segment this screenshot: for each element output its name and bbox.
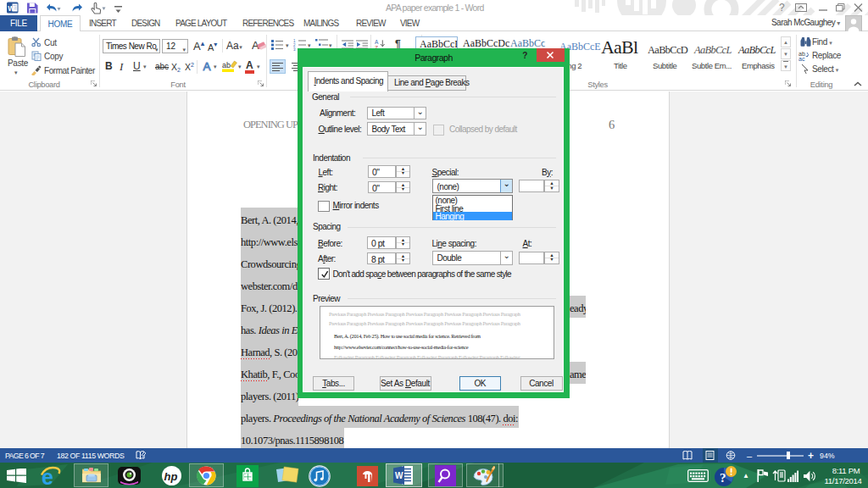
svg-text:A: A bbox=[203, 60, 211, 73]
svg-text:A: A bbox=[375, 39, 379, 45]
svg-text:3: 3 bbox=[293, 47, 296, 51]
svg-text:W: W bbox=[8, 4, 15, 13]
svg-text:hp: hp bbox=[164, 470, 178, 483]
svg-text:ac: ac bbox=[798, 56, 805, 61]
svg-text:W: W bbox=[395, 471, 403, 480]
svg-text:?: ? bbox=[720, 471, 726, 485]
svg-text:ab: ab bbox=[222, 61, 231, 69]
